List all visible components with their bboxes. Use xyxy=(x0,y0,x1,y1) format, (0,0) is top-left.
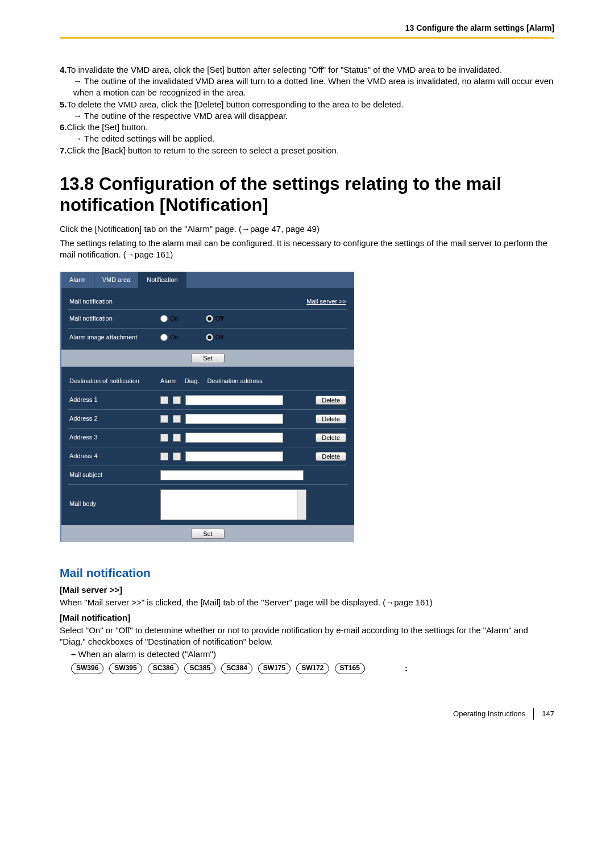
model-chip: SW395 xyxy=(109,663,142,674)
row-label: Mail subject xyxy=(69,471,160,479)
model-chip: SW172 xyxy=(296,663,329,674)
footer-label: Operating Instructions xyxy=(453,709,525,719)
page-number: 147 xyxy=(542,709,554,719)
dest-address-input[interactable] xyxy=(185,451,283,462)
step-text: To delete the VMD area, click the [Delet… xyxy=(67,99,404,109)
delete-button[interactable]: Delete xyxy=(316,433,346,442)
step-result: The outline of the respective VMD area w… xyxy=(60,110,554,122)
radio-on[interactable]: On xyxy=(160,314,179,323)
model-chip: SW175 xyxy=(258,663,291,674)
set-bar: Set xyxy=(61,350,354,367)
mail-server-link[interactable]: Mail server >> xyxy=(306,297,346,306)
model-chip: SW396 xyxy=(71,663,103,674)
delete-button[interactable]: Delete xyxy=(316,396,346,405)
dest-address-input[interactable] xyxy=(185,395,283,405)
section-intro: Click the [Notification] tab on the "Ala… xyxy=(60,223,554,260)
set-button[interactable]: Set xyxy=(191,529,225,539)
footer-separator xyxy=(533,708,534,720)
diag-checkbox[interactable] xyxy=(173,396,181,404)
set-button[interactable]: Set xyxy=(191,353,225,363)
step-number: 7. xyxy=(60,146,67,155)
tab-bar: Alarm VMD area Notification xyxy=(61,272,354,288)
group-title: Destination of notification xyxy=(69,377,160,385)
delete-button[interactable]: Delete xyxy=(316,452,346,461)
col-diag: Diag. xyxy=(185,377,200,385)
step-result: The outline of the invalidated VMD area … xyxy=(60,76,554,99)
col-dest: Destination address xyxy=(207,377,262,385)
tab-vmd-area[interactable]: VMD area xyxy=(94,272,139,288)
alarm-checkbox[interactable] xyxy=(160,396,168,404)
radio-on[interactable]: On xyxy=(160,333,179,342)
row-label: Mail notification xyxy=(69,314,160,323)
step-text: Click the [Set] button. xyxy=(67,122,148,132)
page-footer: Operating Instructions 147 xyxy=(60,708,554,720)
intro-line: The settings relating to the alarm mail … xyxy=(60,238,554,261)
scrollbar[interactable] xyxy=(297,490,306,520)
col-alarm: Alarm xyxy=(160,377,177,385)
param-heading: [Mail notification] xyxy=(60,612,554,624)
mail-body-textarea[interactable] xyxy=(160,489,306,520)
delete-button[interactable]: Delete xyxy=(316,414,346,423)
tab-alarm[interactable]: Alarm xyxy=(61,272,94,288)
alarm-checkbox[interactable] xyxy=(160,415,168,423)
step-result: The edited settings will be applied. xyxy=(60,133,554,144)
param-heading: [Mail server >>] xyxy=(60,584,554,596)
alarm-checkbox[interactable] xyxy=(160,452,168,460)
row-label: Mail body xyxy=(69,489,160,508)
trailing-colon: : xyxy=(405,663,408,674)
group-title: Mail notification xyxy=(69,297,113,306)
step-number: 4. xyxy=(60,65,67,74)
radio-off[interactable]: Off xyxy=(206,314,223,323)
row-label: Address 3 xyxy=(69,433,160,442)
notification-panel: Alarm VMD area Notification Mail notific… xyxy=(60,272,354,542)
step-number: 5. xyxy=(60,99,67,109)
step-text: To invalidate the VMD area, click the [S… xyxy=(67,65,503,74)
param-text: When "Mail server >>" is clicked, the [M… xyxy=(60,597,554,608)
chapter-header: 13 Configure the alarm settings [Alarm] xyxy=(60,23,554,37)
step-text: Click the [Back] button to return to the… xyxy=(67,146,339,155)
dest-address-input[interactable] xyxy=(185,433,283,443)
diag-checkbox[interactable] xyxy=(173,415,181,423)
row-label: Address 2 xyxy=(69,414,160,423)
model-chip: SC384 xyxy=(221,663,252,674)
diag-checkbox[interactable] xyxy=(173,434,181,442)
header-rule xyxy=(60,37,554,39)
alarm-checkbox[interactable] xyxy=(160,434,168,442)
intro-line: Click the [Notification] tab on the "Ala… xyxy=(60,223,554,235)
model-chip-row: SW396 SW395 SC386 SC385 SC384 SW175 SW17… xyxy=(60,663,554,674)
diag-checkbox[interactable] xyxy=(173,452,181,460)
steps-list: 4.To invalidate the VMD area, click the … xyxy=(60,64,554,156)
subsection-heading: Mail notification xyxy=(60,565,554,581)
set-bar: Set xyxy=(61,525,354,542)
dest-address-input[interactable] xyxy=(185,414,283,424)
model-chip: SC386 xyxy=(148,663,179,674)
param-text: Select "On" or "Off" to determine whethe… xyxy=(60,625,554,648)
model-chip: SC385 xyxy=(184,663,215,674)
section-title: 13.8 Configuration of the settings relat… xyxy=(60,173,554,215)
tab-notification[interactable]: Notification xyxy=(139,272,186,288)
model-chip: ST165 xyxy=(335,663,365,674)
row-label: Alarm image attachment xyxy=(69,333,160,342)
mail-subject-input[interactable] xyxy=(160,470,304,480)
row-label: Address 4 xyxy=(69,452,160,460)
radio-off[interactable]: Off xyxy=(206,333,223,342)
row-label: Address 1 xyxy=(69,396,160,404)
step-number: 6. xyxy=(60,122,67,132)
bullet-line: When an alarm is detected ("Alarm") xyxy=(60,649,554,660)
